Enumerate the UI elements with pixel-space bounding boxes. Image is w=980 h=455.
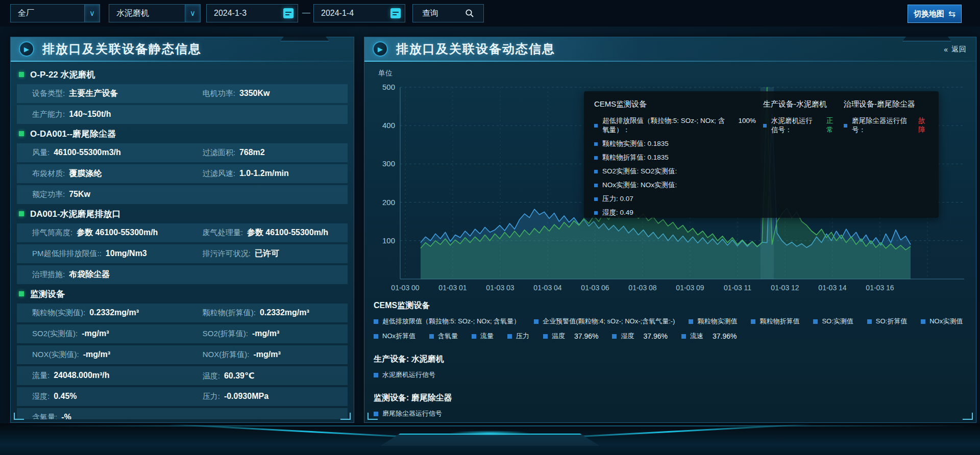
tooltip-column-title: 生产设备-水泥磨机 (763, 99, 837, 109)
legend-item[interactable]: SO:折算值 (867, 317, 907, 326)
tooltip-column: 生产设备-水泥磨机水泥磨机运行信号：正常 (763, 99, 837, 218)
legend-item[interactable]: 企业预警值(颗粒物:4; sOz-; NOx-;含氧气量:-) (534, 317, 675, 326)
green-bullet-icon (19, 72, 24, 77)
chart-tooltip: CEMS监测设备超低排放限值（颗拉物:5: SOz-; NOx; 含氧量）：10… (584, 91, 939, 218)
info-label: 温度: (203, 371, 220, 381)
info-label: 废气处理量: (203, 228, 243, 238)
info-row: NOX(实测值):-mg/m³NOX(折算值):-mg/m³ (17, 345, 348, 364)
back-icon: « (944, 45, 948, 54)
svg-text:01-03 01: 01-03 01 (438, 284, 467, 292)
back-link[interactable]: « 返回 (944, 45, 967, 54)
info-row: 布袋材质:覆膜涤纶过滤风速:1.0-1.2m/min (17, 164, 348, 183)
legend-item-label: 压力 (516, 332, 529, 341)
legend-item[interactable]: 湿度37.96% (612, 332, 667, 341)
info-value: 覆膜涤纶 (69, 168, 102, 179)
legend-item[interactable]: 磨尾除尘器运行信号 (374, 409, 442, 418)
corner-decoration (368, 413, 378, 420)
info-cell: 设备类型:主要生产设备 (32, 88, 203, 99)
legend-item[interactable]: 颗粒物折算值 (751, 317, 799, 326)
tooltip-item: 磨尾除尘器运行信号：故障 (844, 116, 929, 135)
legend-marker-icon (429, 334, 434, 339)
legend-item[interactable]: 含氧量 (429, 332, 458, 341)
legend-marker-icon (689, 319, 693, 324)
info-cell: SO2(实测值):-mg/m³ (32, 329, 203, 339)
chevron-down-icon[interactable]: ∨ (185, 5, 200, 22)
legend-item[interactable]: 颗粒物实测值 (689, 317, 737, 326)
play-icon: ▶ (373, 41, 388, 57)
switch-map-button[interactable]: 切换地图 ⇆ (908, 5, 962, 23)
section-title: DA001-水泥磨尾排放口 (30, 208, 121, 220)
legend-production-items: 水泥磨机运行信号 (374, 370, 969, 380)
svg-text:01-03 03: 01-03 03 (486, 284, 514, 292)
tooltip-item-label: 磨尾除尘器运行信号： (852, 116, 908, 135)
tooltip-item-label: NOx实测值: NOx实测值: (602, 181, 677, 190)
green-bullet-icon (19, 291, 24, 296)
dynamic-info-title: 排放口及关联设备动态信息 (396, 41, 555, 57)
calendar-icon[interactable] (390, 8, 401, 18)
info-label: 压力: (203, 392, 220, 401)
legend-marker-icon (594, 197, 598, 201)
legend-item[interactable]: 流速37.96% (681, 332, 737, 341)
calendar-icon[interactable] (283, 8, 293, 18)
legend-item[interactable]: 超低排放限值（颗拉物:5: SOz-; NOx; 含氧量） (374, 317, 520, 326)
static-info-header: ▶ 排放口及关联设备静态信息 (11, 37, 354, 61)
end-date-input[interactable]: 2024-1-4 (313, 4, 405, 22)
legend-marker-icon (374, 373, 378, 377)
start-date-value: 2024-1-3 (214, 9, 247, 18)
legend-item-label: SO:折算值 (876, 317, 907, 326)
legend-cems-title: CEMS监测设备 (374, 300, 969, 311)
legend-item[interactable]: NOx实测值 (921, 317, 963, 326)
tooltip-item-label: SO2实测值: SO2实测值: (602, 167, 677, 176)
info-label: 布袋材质: (32, 169, 65, 179)
device-select[interactable]: 水泥磨机 ∨ (109, 4, 201, 22)
query-button[interactable]: 查询 (412, 4, 484, 22)
info-value: -mg/m³ (83, 350, 110, 359)
info-label: 电机功率: (203, 89, 235, 98)
info-label: 额定功率: (32, 190, 65, 199)
info-value: 0.45% (54, 392, 77, 401)
info-label: 含氧量: (32, 413, 57, 419)
corner-decoration (340, 413, 351, 420)
switch-map-label: 切换地图 (914, 9, 944, 19)
info-cell: 湿度:0.45% (32, 392, 203, 401)
start-date-input[interactable]: 2024-1-3 (206, 4, 298, 22)
info-value: -0.0930MPa (224, 392, 268, 401)
chevron-down-icon[interactable]: ∨ (84, 5, 100, 22)
info-label: NOX(折算值): (203, 350, 250, 360)
info-row: 含氧量:-% (17, 408, 348, 419)
static-info-rows: O-P-22 水泥磨机设备类型:主要生产设备电机功率:3350Kw生产能力:14… (11, 62, 354, 419)
info-cell: 电机功率:3350Kw (203, 89, 348, 98)
legend-marker-icon (507, 334, 512, 339)
legend-item[interactable]: 压力 (507, 332, 529, 341)
legend-item-label: 企业预警值(颗粒物:4; sOz-; NOx-;含氧气量:-) (543, 317, 675, 326)
info-label: NOX(实测值): (32, 350, 79, 360)
svg-text:01-03 04: 01-03 04 (533, 284, 561, 292)
plant-select-value: 全厂 (18, 8, 34, 19)
legend-marker-icon (867, 319, 872, 324)
legend-marker-icon (594, 170, 598, 173)
device-select-value: 水泥磨机 (116, 8, 149, 19)
legend-item[interactable]: 温度37.96% (543, 332, 598, 341)
info-cell: 颗粒物(折算值):0.2332mg/m³ (203, 308, 348, 318)
tooltip-item-label: 压力: 0.07 (602, 194, 633, 204)
legend-item[interactable]: NOx折算值 (374, 332, 415, 341)
legend-item[interactable]: 水泥磨机运行信号 (374, 370, 435, 380)
legend-item-label: 颗粒物实测值 (697, 317, 737, 326)
legend-production-title: 生产设备: 水泥磨机 (374, 354, 969, 365)
tooltip-column-title: CEMS监测设备 (594, 99, 756, 109)
plant-select[interactable]: 全厂 ∨ (10, 4, 100, 22)
legend-item-label: 磨尾除尘器运行信号 (382, 409, 442, 418)
info-row: 湿度:0.45%压力:-0.0930MPa (17, 387, 348, 406)
back-label: 返回 (951, 45, 967, 54)
legend-item-label: NOx实测值 (929, 317, 963, 326)
info-cell: 风量:46100-55300m3/h (32, 148, 203, 158)
info-label: 设备类型: (32, 89, 65, 98)
info-value: 布袋除尘器 (69, 269, 110, 280)
info-label: 湿度: (32, 392, 50, 401)
static-info-panel: ▶ 排放口及关联设备静态信息 O-P-22 水泥磨机设备类型:主要生产设备电机功… (10, 37, 354, 423)
legend-monitor-title: 监测设备: 磨尾除尘器 (374, 393, 969, 403)
legend-item[interactable]: 流量 (472, 332, 494, 341)
legend-item[interactable]: SO:实测值 (813, 317, 853, 326)
info-label: SO2(实测值): (32, 329, 78, 339)
green-bullet-icon (19, 131, 24, 136)
